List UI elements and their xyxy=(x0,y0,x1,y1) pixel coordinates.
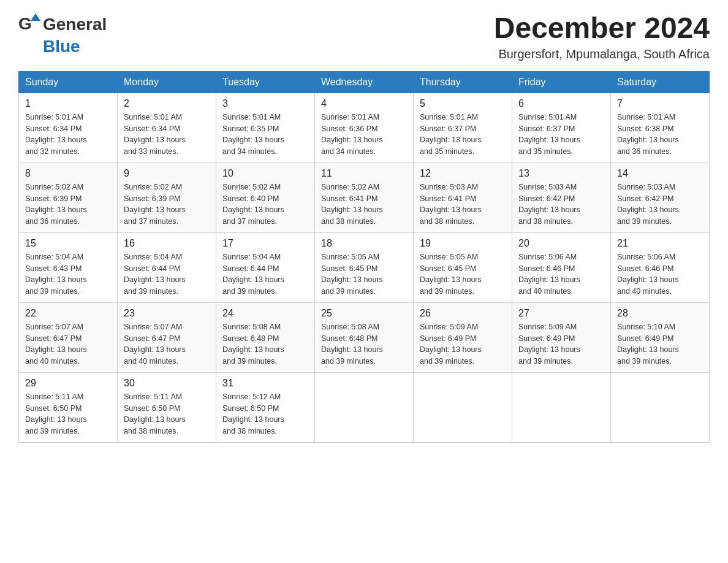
calendar-cell: 16 Sunrise: 5:04 AM Sunset: 6:44 PM Dayl… xyxy=(118,232,216,302)
day-info: Sunrise: 5:09 AM Sunset: 6:49 PM Dayligh… xyxy=(420,321,506,367)
day-info: Sunrise: 5:01 AM Sunset: 6:38 PM Dayligh… xyxy=(617,112,703,158)
calendar-week-row: 22 Sunrise: 5:07 AM Sunset: 6:47 PM Dayl… xyxy=(19,302,710,372)
day-info: Sunrise: 5:07 AM Sunset: 6:47 PM Dayligh… xyxy=(124,321,210,367)
calendar-cell: 3 Sunrise: 5:01 AM Sunset: 6:35 PM Dayli… xyxy=(216,93,315,163)
day-info: Sunrise: 5:07 AM Sunset: 6:47 PM Dayligh… xyxy=(25,321,111,367)
day-info: Sunrise: 5:02 AM Sunset: 6:40 PM Dayligh… xyxy=(222,182,308,228)
calendar-cell: 15 Sunrise: 5:04 AM Sunset: 6:43 PM Dayl… xyxy=(19,232,118,302)
day-number: 1 xyxy=(25,98,111,109)
day-info: Sunrise: 5:06 AM Sunset: 6:46 PM Dayligh… xyxy=(518,251,604,297)
calendar-week-row: 15 Sunrise: 5:04 AM Sunset: 6:43 PM Dayl… xyxy=(19,232,710,302)
calendar-cell: 14 Sunrise: 5:03 AM Sunset: 6:42 PM Dayl… xyxy=(611,163,710,232)
day-number: 8 xyxy=(25,168,111,179)
calendar-cell: 22 Sunrise: 5:07 AM Sunset: 6:47 PM Dayl… xyxy=(19,302,118,372)
calendar-cell: 20 Sunrise: 5:06 AM Sunset: 6:46 PM Dayl… xyxy=(512,232,611,302)
calendar-week-row: 1 Sunrise: 5:01 AM Sunset: 6:34 PM Dayli… xyxy=(19,93,710,163)
calendar-cell: 2 Sunrise: 5:01 AM Sunset: 6:34 PM Dayli… xyxy=(118,93,216,163)
day-number: 9 xyxy=(124,168,210,179)
weekday-header-saturday: Saturday xyxy=(611,71,710,93)
day-info: Sunrise: 5:11 AM Sunset: 6:50 PM Dayligh… xyxy=(124,391,210,437)
logo-general-text: General xyxy=(43,15,107,34)
day-number: 22 xyxy=(25,308,111,319)
calendar-cell: 17 Sunrise: 5:04 AM Sunset: 6:44 PM Dayl… xyxy=(216,232,315,302)
day-number: 3 xyxy=(222,98,308,109)
day-info: Sunrise: 5:04 AM Sunset: 6:44 PM Dayligh… xyxy=(222,251,308,297)
weekday-header-monday: Monday xyxy=(118,71,216,93)
calendar-cell: 1 Sunrise: 5:01 AM Sunset: 6:34 PM Dayli… xyxy=(19,93,118,163)
weekday-header-wednesday: Wednesday xyxy=(315,71,414,93)
weekday-header-row: SundayMondayTuesdayWednesdayThursdayFrid… xyxy=(19,71,710,93)
weekday-header-sunday: Sunday xyxy=(19,71,118,93)
weekday-header-friday: Friday xyxy=(512,71,611,93)
day-info: Sunrise: 5:06 AM Sunset: 6:46 PM Dayligh… xyxy=(617,251,703,297)
calendar-cell: 31 Sunrise: 5:12 AM Sunset: 6:50 PM Dayl… xyxy=(216,372,315,442)
day-number: 21 xyxy=(617,238,703,249)
day-number: 5 xyxy=(420,98,506,109)
calendar-cell: 27 Sunrise: 5:09 AM Sunset: 6:49 PM Dayl… xyxy=(512,302,611,372)
day-info: Sunrise: 5:08 AM Sunset: 6:48 PM Dayligh… xyxy=(321,321,407,367)
day-number: 13 xyxy=(518,168,604,179)
day-info: Sunrise: 5:01 AM Sunset: 6:36 PM Dayligh… xyxy=(321,112,407,158)
location-title: Burgersfort, Mpumalanga, South Africa xyxy=(494,47,710,61)
calendar-cell: 8 Sunrise: 5:02 AM Sunset: 6:39 PM Dayli… xyxy=(19,163,118,232)
day-info: Sunrise: 5:02 AM Sunset: 6:39 PM Dayligh… xyxy=(124,182,210,228)
calendar-cell xyxy=(414,372,512,442)
day-info: Sunrise: 5:04 AM Sunset: 6:44 PM Dayligh… xyxy=(124,251,210,297)
day-info: Sunrise: 5:02 AM Sunset: 6:39 PM Dayligh… xyxy=(25,182,111,228)
day-number: 4 xyxy=(321,98,407,109)
day-number: 14 xyxy=(617,168,703,179)
calendar-cell: 12 Sunrise: 5:03 AM Sunset: 6:41 PM Dayl… xyxy=(414,163,512,232)
day-info: Sunrise: 5:09 AM Sunset: 6:49 PM Dayligh… xyxy=(518,321,604,367)
day-info: Sunrise: 5:01 AM Sunset: 6:37 PM Dayligh… xyxy=(518,112,604,158)
day-number: 17 xyxy=(222,238,308,249)
calendar-cell: 7 Sunrise: 5:01 AM Sunset: 6:38 PM Dayli… xyxy=(611,93,710,163)
day-number: 30 xyxy=(124,378,210,389)
calendar-cell: 30 Sunrise: 5:11 AM Sunset: 6:50 PM Dayl… xyxy=(118,372,216,442)
day-info: Sunrise: 5:01 AM Sunset: 6:34 PM Dayligh… xyxy=(25,112,111,158)
day-info: Sunrise: 5:01 AM Sunset: 6:37 PM Dayligh… xyxy=(420,112,506,158)
calendar-cell xyxy=(512,372,611,442)
day-number: 20 xyxy=(518,238,604,249)
day-number: 12 xyxy=(420,168,506,179)
logo: G General Blue xyxy=(18,12,107,56)
day-info: Sunrise: 5:10 AM Sunset: 6:49 PM Dayligh… xyxy=(617,321,703,367)
calendar-cell: 9 Sunrise: 5:02 AM Sunset: 6:39 PM Dayli… xyxy=(118,163,216,232)
page-header: G General Blue December 2024 Burgersfort… xyxy=(18,12,710,61)
day-info: Sunrise: 5:08 AM Sunset: 6:48 PM Dayligh… xyxy=(222,321,308,367)
calendar-cell: 6 Sunrise: 5:01 AM Sunset: 6:37 PM Dayli… xyxy=(512,93,611,163)
day-number: 15 xyxy=(25,238,111,249)
calendar-cell: 11 Sunrise: 5:02 AM Sunset: 6:41 PM Dayl… xyxy=(315,163,414,232)
svg-text:G: G xyxy=(18,14,32,33)
day-info: Sunrise: 5:05 AM Sunset: 6:45 PM Dayligh… xyxy=(420,251,506,297)
day-number: 18 xyxy=(321,238,407,249)
weekday-header-tuesday: Tuesday xyxy=(216,71,315,93)
calendar-cell: 4 Sunrise: 5:01 AM Sunset: 6:36 PM Dayli… xyxy=(315,93,414,163)
day-info: Sunrise: 5:05 AM Sunset: 6:45 PM Dayligh… xyxy=(321,251,407,297)
calendar-week-row: 8 Sunrise: 5:02 AM Sunset: 6:39 PM Dayli… xyxy=(19,163,710,232)
day-number: 11 xyxy=(321,168,407,179)
logo-icon: G xyxy=(18,12,40,37)
day-number: 23 xyxy=(124,308,210,319)
day-number: 16 xyxy=(124,238,210,249)
calendar-cell xyxy=(315,372,414,442)
month-title: December 2024 xyxy=(494,12,710,45)
calendar-cell: 28 Sunrise: 5:10 AM Sunset: 6:49 PM Dayl… xyxy=(611,302,710,372)
day-info: Sunrise: 5:12 AM Sunset: 6:50 PM Dayligh… xyxy=(222,391,308,437)
svg-marker-1 xyxy=(31,13,40,21)
calendar-cell xyxy=(611,372,710,442)
day-number: 24 xyxy=(222,308,308,319)
day-number: 10 xyxy=(222,168,308,179)
calendar-cell: 23 Sunrise: 5:07 AM Sunset: 6:47 PM Dayl… xyxy=(118,302,216,372)
calendar-cell: 10 Sunrise: 5:02 AM Sunset: 6:40 PM Dayl… xyxy=(216,163,315,232)
calendar-cell: 24 Sunrise: 5:08 AM Sunset: 6:48 PM Dayl… xyxy=(216,302,315,372)
day-number: 29 xyxy=(25,378,111,389)
calendar-cell: 26 Sunrise: 5:09 AM Sunset: 6:49 PM Dayl… xyxy=(414,302,512,372)
day-info: Sunrise: 5:04 AM Sunset: 6:43 PM Dayligh… xyxy=(25,251,111,297)
day-number: 2 xyxy=(124,98,210,109)
day-info: Sunrise: 5:11 AM Sunset: 6:50 PM Dayligh… xyxy=(25,391,111,437)
day-number: 28 xyxy=(617,308,703,319)
calendar-cell: 25 Sunrise: 5:08 AM Sunset: 6:48 PM Dayl… xyxy=(315,302,414,372)
day-info: Sunrise: 5:02 AM Sunset: 6:41 PM Dayligh… xyxy=(321,182,407,228)
calendar-cell: 29 Sunrise: 5:11 AM Sunset: 6:50 PM Dayl… xyxy=(19,372,118,442)
day-number: 19 xyxy=(420,238,506,249)
